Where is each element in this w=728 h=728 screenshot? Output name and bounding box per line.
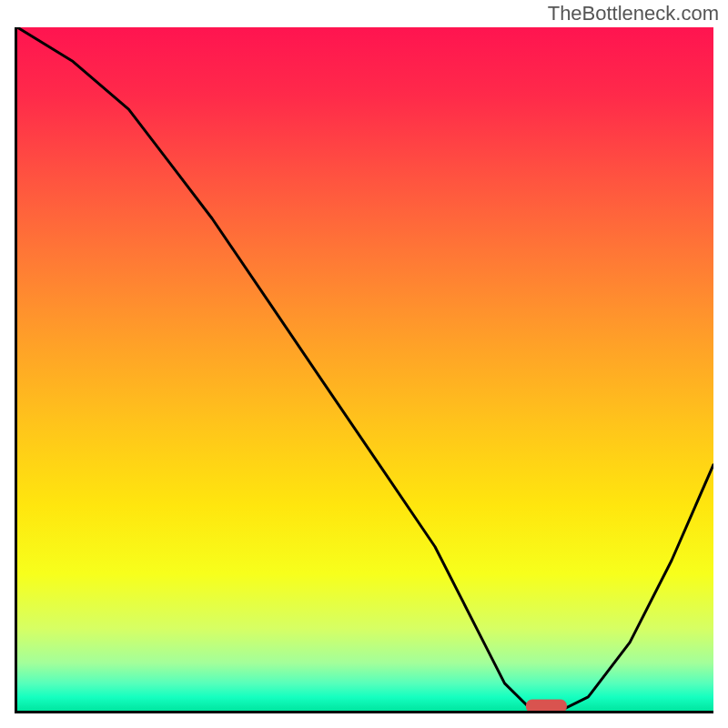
watermark-text: TheBottleneck.com — [548, 2, 719, 25]
optimum-marker — [527, 700, 567, 711]
plot-area — [15, 27, 713, 713]
chart-container: TheBottleneck.com — [0, 0, 728, 728]
curve-overlay — [17, 27, 713, 711]
bottleneck-curve — [17, 27, 713, 711]
